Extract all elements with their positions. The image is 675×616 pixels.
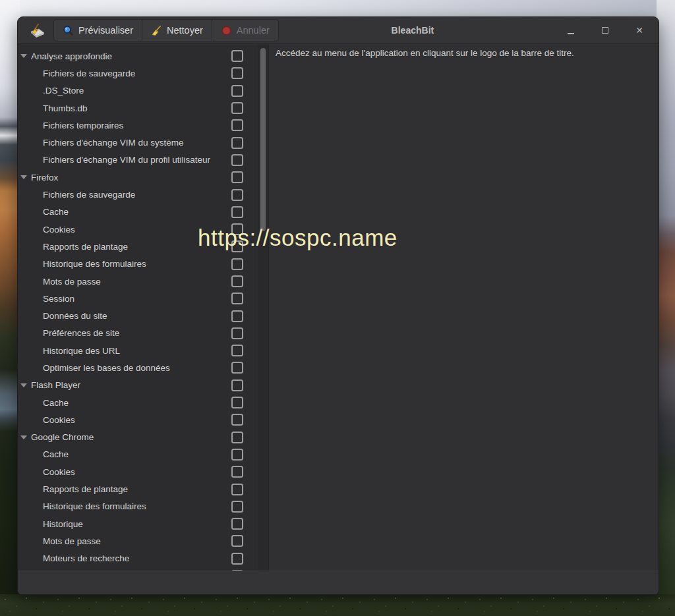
tree-item-label: Thumbs.db bbox=[43, 103, 231, 113]
checkbox[interactable] bbox=[231, 119, 243, 131]
tree-item-row[interactable]: Cache bbox=[18, 446, 258, 463]
checkbox[interactable] bbox=[231, 484, 243, 495]
tree-item-row[interactable]: Fichiers temporaires bbox=[18, 117, 258, 134]
tree-item-row[interactable]: Données du site bbox=[18, 307, 258, 324]
tree-item-row[interactable]: Rapports de plantage bbox=[18, 480, 258, 497]
tree-item-label: Cookies bbox=[43, 225, 231, 235]
tree-group-label: Flash Player bbox=[31, 380, 231, 390]
bleachbit-logo-menu-button[interactable] bbox=[28, 22, 45, 38]
checkbox[interactable] bbox=[231, 397, 243, 408]
tree-item-row[interactable]: Cookies bbox=[18, 221, 258, 238]
tree-item-row[interactable]: Historique des URL bbox=[18, 342, 258, 359]
checkbox[interactable] bbox=[231, 154, 243, 166]
minimize-icon[interactable] bbox=[566, 26, 575, 35]
tree-item-row[interactable]: Historique des formulaires bbox=[18, 256, 258, 273]
tree-item-row[interactable]: Fichiers d'échange VIM du profil utilisa… bbox=[18, 152, 258, 169]
expander-triangle-icon[interactable] bbox=[20, 54, 31, 58]
tree-item-label: Moteurs de recherche bbox=[43, 553, 231, 563]
tree-item-row[interactable]: Session bbox=[18, 290, 258, 307]
tree-item-label: Rapports de plantage bbox=[43, 484, 231, 494]
checkbox[interactable] bbox=[231, 85, 243, 97]
checkbox[interactable] bbox=[231, 310, 243, 322]
tree-item-row[interactable]: Cookies bbox=[18, 411, 258, 428]
tree-item-label: Fichiers de sauvegarde bbox=[43, 69, 231, 78]
tree-item-row[interactable]: Mots de passe bbox=[18, 273, 258, 290]
clean-button[interactable]: Nettoyer bbox=[142, 19, 212, 42]
tree-item-label: Données du site bbox=[43, 311, 231, 321]
tree-item-row[interactable]: Historique bbox=[18, 515, 258, 532]
maximize-icon[interactable] bbox=[601, 26, 610, 35]
info-message: Accédez au menu de l'application en cliq… bbox=[276, 48, 574, 58]
tree-item-row[interactable]: Cache bbox=[18, 394, 258, 411]
checkbox[interactable] bbox=[231, 432, 243, 443]
tree-item-label: Mots de passe bbox=[43, 536, 231, 546]
checkbox[interactable] bbox=[231, 553, 243, 565]
abort-button[interactable]: Annuler bbox=[212, 19, 279, 42]
checkbox[interactable] bbox=[231, 518, 243, 530]
checkbox[interactable] bbox=[231, 102, 243, 114]
checkbox[interactable] bbox=[231, 466, 243, 478]
tree-group-row[interactable]: Firefox bbox=[18, 169, 258, 186]
expander-triangle-icon[interactable] bbox=[20, 383, 31, 387]
checkbox[interactable] bbox=[231, 362, 243, 374]
expander-triangle-icon[interactable] bbox=[20, 175, 31, 179]
tree-item-row[interactable]: Cookies bbox=[18, 463, 258, 480]
bleachbit-window: Prévisualiser Nettoyer Annuler BleachBit bbox=[17, 16, 659, 595]
checkbox[interactable] bbox=[231, 137, 243, 149]
checkbox[interactable] bbox=[231, 293, 243, 304]
expander-triangle-icon[interactable] bbox=[20, 435, 31, 439]
tree-item-label: Préférences de site bbox=[43, 328, 231, 338]
cleaner-tree: Analyse approfondieFichiers de sauvegard… bbox=[18, 44, 258, 571]
tree-item-label: Historique des formulaires bbox=[43, 501, 231, 511]
checkbox[interactable] bbox=[231, 535, 243, 547]
tree-item-row[interactable]: Moteurs de recherche bbox=[18, 550, 258, 567]
tree-scrollbar-thumb[interactable] bbox=[260, 48, 266, 231]
checkbox[interactable] bbox=[231, 171, 243, 183]
tree-item-label: Fichiers de sauvegarde bbox=[43, 190, 231, 200]
wallpaper-bottom-grass bbox=[0, 594, 675, 616]
tree-item-label: Cache bbox=[43, 398, 231, 408]
checkbox[interactable] bbox=[231, 501, 243, 513]
checkbox[interactable] bbox=[231, 449, 243, 461]
tree-item-row[interactable]: Optimiser les bases de données bbox=[18, 359, 258, 376]
tree-item-row[interactable]: Mots de passe bbox=[18, 532, 258, 549]
tree-group-label: Google Chrome bbox=[31, 432, 231, 442]
checkbox[interactable] bbox=[231, 240, 243, 252]
header-bar: Prévisualiser Nettoyer Annuler BleachBit bbox=[18, 17, 659, 44]
tree-item-label: Mots de passe bbox=[43, 277, 231, 287]
checkbox[interactable] bbox=[231, 379, 243, 391]
tree-group-row[interactable]: Flash Player bbox=[18, 377, 258, 394]
close-icon[interactable]: ✕ bbox=[635, 26, 644, 35]
checkbox[interactable] bbox=[231, 414, 243, 426]
checkbox[interactable] bbox=[231, 206, 243, 218]
tree-scrollbar-track[interactable] bbox=[258, 44, 268, 571]
tree-item-row[interactable]: Rapports de plantage bbox=[18, 238, 258, 255]
checkbox[interactable] bbox=[231, 50, 243, 62]
tree-item-row[interactable]: Fichiers de sauvegarde bbox=[18, 186, 258, 203]
tree-item-label: Fichiers d'échange VIM du système bbox=[43, 138, 231, 148]
checkbox[interactable] bbox=[231, 345, 243, 356]
tree-item-label: .DS_Store bbox=[43, 86, 231, 96]
preview-button[interactable]: Prévisualiser bbox=[53, 19, 142, 42]
tree-item-label: Rapports de plantage bbox=[43, 242, 231, 252]
tree-item-label: Fichiers temporaires bbox=[43, 121, 231, 130]
checkbox[interactable] bbox=[231, 189, 243, 201]
checkbox[interactable] bbox=[231, 327, 243, 339]
tree-group-label: Analyse approfondie bbox=[31, 51, 231, 61]
tree-item-row[interactable]: Préférences de site bbox=[18, 325, 258, 342]
checkbox[interactable] bbox=[231, 67, 243, 79]
tree-item-row[interactable]: Thumbs.db bbox=[18, 99, 258, 117]
tree-item-row[interactable]: Cache bbox=[18, 204, 258, 221]
tree-item-row[interactable]: Fichiers de sauvegarde bbox=[18, 65, 258, 82]
tree-item-row[interactable]: Fichiers d'échange VIM du système bbox=[18, 134, 258, 151]
tree-group-row[interactable]: Analyse approfondie bbox=[18, 47, 258, 65]
window-controls: ✕ bbox=[566, 26, 649, 35]
checkbox[interactable] bbox=[231, 275, 243, 287]
tree-item-row[interactable]: Historique des formulaires bbox=[18, 498, 258, 515]
checkbox[interactable] bbox=[231, 258, 243, 270]
checkbox[interactable] bbox=[231, 223, 243, 235]
tree-group-row[interactable]: Google Chrome bbox=[18, 429, 258, 446]
preview-button-label: Prévisualiser bbox=[78, 25, 133, 36]
tree-item-row[interactable]: .DS_Store bbox=[18, 82, 258, 99]
tree-item-label: Cookies bbox=[43, 415, 231, 425]
